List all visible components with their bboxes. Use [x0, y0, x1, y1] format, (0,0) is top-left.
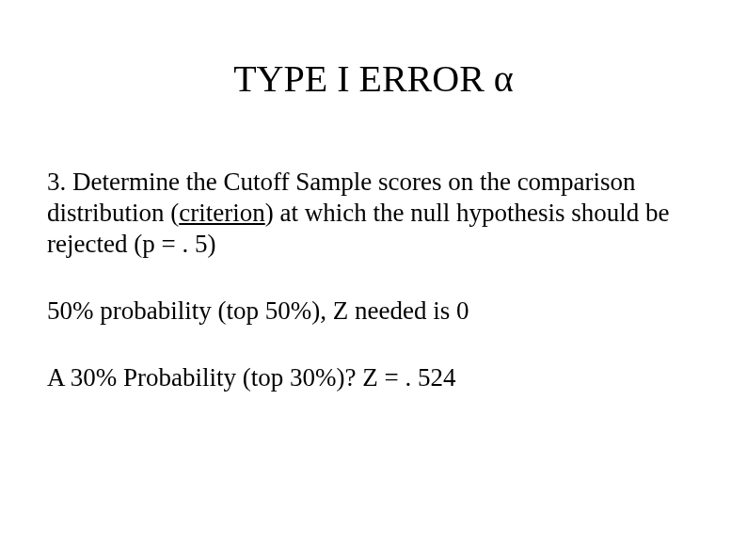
paragraph-30pct: A 30% Probability (top 30%)? Z = . 524 — [47, 362, 700, 393]
paragraph-step3: 3. Determine the Cutoff Sample scores on… — [47, 167, 700, 260]
criterion-underline: criterion — [179, 199, 264, 227]
slide-title: TYPE I ERROR α — [47, 56, 700, 101]
slide-container: TYPE I ERROR α 3. Determine the Cutoff S… — [0, 0, 747, 560]
slide-body: 3. Determine the Cutoff Sample scores on… — [47, 167, 700, 393]
paragraph-50pct: 50% probability (top 50%), Z needed is 0 — [47, 296, 700, 327]
